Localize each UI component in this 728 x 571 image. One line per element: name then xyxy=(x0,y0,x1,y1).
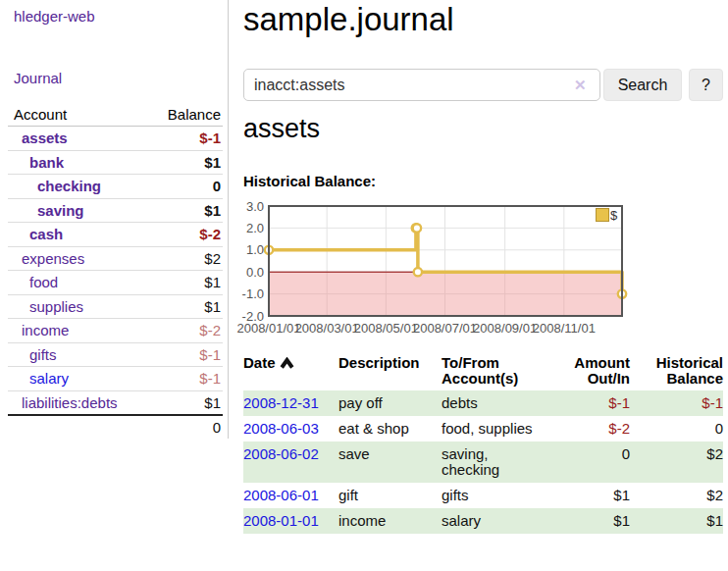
main-content: sample.journal ✕ Search ? assets Histori… xyxy=(243,0,728,571)
svg-text:2008/11/01: 2008/11/01 xyxy=(533,321,596,336)
transaction-accounts: gifts xyxy=(442,483,546,508)
accounts-header-balance: Balance xyxy=(151,102,223,127)
transaction-balance: $2 xyxy=(630,483,723,508)
svg-text:2.0: 2.0 xyxy=(246,221,264,235)
column-header-tofrom[interactable]: To/From Account(s) xyxy=(442,353,546,390)
account-link-cash[interactable]: cash xyxy=(29,226,63,242)
account-row: gifts $-1 xyxy=(8,342,223,367)
account-balance: $-2 xyxy=(151,319,223,343)
transaction-amount: $-1 xyxy=(546,390,630,416)
account-page-title: assets xyxy=(243,114,320,144)
search-input[interactable] xyxy=(243,69,600,101)
account-balance: $-2 xyxy=(151,223,223,247)
transaction-amount: $-2 xyxy=(546,416,630,441)
account-balance: $-1 xyxy=(151,367,223,391)
transaction-balance: 0 xyxy=(630,416,723,441)
transaction-date-link[interactable]: 2008-01-01 xyxy=(243,512,319,529)
page-title: sample.journal xyxy=(243,1,454,38)
transaction-description: eat & shop xyxy=(338,416,442,441)
column-header-date-label: Date xyxy=(243,354,276,371)
transaction-description: income xyxy=(338,508,442,534)
column-header-amount-line1: Amount xyxy=(546,355,630,371)
transaction-balance: $-1 xyxy=(630,390,723,416)
account-link-supplies[interactable]: supplies xyxy=(29,298,83,315)
account-row: saving $1 xyxy=(8,198,223,223)
account-row: salary $-1 xyxy=(8,367,223,391)
svg-text:2008/01/01: 2008/01/01 xyxy=(236,321,300,336)
transaction-amount: $1 xyxy=(546,483,630,508)
account-link-gifts[interactable]: gifts xyxy=(29,346,57,363)
account-balance: $1 xyxy=(151,150,223,175)
account-link-liabilities-debts[interactable]: liabilities:debts xyxy=(22,394,118,411)
transaction-date-link[interactable]: 2008-06-01 xyxy=(243,487,319,503)
search-button[interactable]: Search xyxy=(603,69,682,101)
account-balance: $-1 xyxy=(151,127,223,151)
account-balance: $2 xyxy=(151,246,223,271)
account-link-expenses[interactable]: expenses xyxy=(22,250,84,267)
transaction-accounts: saving, checking xyxy=(442,441,546,483)
accounts-total-row: 0 xyxy=(8,415,223,440)
column-header-balance-line2: Balance xyxy=(630,371,723,387)
legend-label: $ xyxy=(610,208,618,223)
transaction-description: save xyxy=(338,441,442,483)
svg-text:2008/05/01: 2008/05/01 xyxy=(354,321,418,336)
svg-text:-1.0: -1.0 xyxy=(242,286,264,301)
transaction-date-link[interactable]: 2008-06-03 xyxy=(243,420,319,437)
transaction-accounts: debts xyxy=(442,390,546,416)
help-button[interactable]: ? xyxy=(689,69,723,101)
transaction-balance: $1 xyxy=(630,508,723,534)
column-header-amount[interactable]: Amount Out/In xyxy=(546,353,630,390)
historical-balance-chart: 3.02.01.00.0-1.0-2.02008/01/012008/03/01… xyxy=(235,200,630,339)
account-link-assets[interactable]: assets xyxy=(22,130,68,146)
clear-search-icon[interactable]: ✕ xyxy=(574,77,587,94)
svg-text:2008/07/01: 2008/07/01 xyxy=(413,321,477,336)
search-bar: ✕ Search ? xyxy=(243,69,728,101)
sort-ascending-caret-icon xyxy=(280,357,294,369)
transaction-date-link[interactable]: 2008-06-02 xyxy=(243,445,319,462)
account-row: expenses $2 xyxy=(8,246,223,271)
account-balance: $1 xyxy=(151,198,223,223)
transaction-description: pay off xyxy=(338,390,442,416)
register-row: 2008-01-01 income salary $1 $1 xyxy=(243,508,723,534)
app-brand-link[interactable]: hledger-web xyxy=(14,8,95,25)
account-balance: $1 xyxy=(151,390,223,415)
column-header-amount-line2: Out/In xyxy=(546,371,630,387)
legend-swatch xyxy=(597,209,609,222)
register-table: Date Description To/From Account(s) Amou… xyxy=(243,353,723,534)
account-row: income $-2 xyxy=(8,319,223,343)
account-row: checking 0 xyxy=(8,175,223,199)
account-row: supplies $1 xyxy=(8,294,223,319)
account-link-salary[interactable]: salary xyxy=(29,370,69,387)
transaction-balance: $2 xyxy=(630,441,723,483)
account-balance: $1 xyxy=(151,271,223,295)
sidebar-item-journal[interactable]: Journal xyxy=(14,70,62,86)
account-row: food $1 xyxy=(8,271,223,295)
column-header-balance[interactable]: Historical Balance xyxy=(630,353,723,390)
register-row: 2008-06-01 gift gifts $1 $2 xyxy=(243,483,723,508)
transaction-accounts: food, supplies xyxy=(442,416,546,441)
account-link-income[interactable]: income xyxy=(22,322,69,338)
account-link-bank[interactable]: bank xyxy=(29,154,64,171)
account-link-checking[interactable]: checking xyxy=(37,178,101,194)
column-header-tofrom-line2: Account(s) xyxy=(442,371,546,387)
account-link-food[interactable]: food xyxy=(29,274,58,290)
svg-text:3.0: 3.0 xyxy=(246,199,264,214)
transaction-amount: 0 xyxy=(546,441,630,483)
accounts-header-row: Account Balance xyxy=(8,102,223,127)
account-balance: 0 xyxy=(151,175,223,199)
svg-text:1.0: 1.0 xyxy=(246,242,264,257)
transaction-date-link[interactable]: 2008-12-31 xyxy=(243,394,319,411)
account-row: assets $-1 xyxy=(8,127,223,151)
accounts-header-account: Account xyxy=(8,102,151,127)
chart-title: Historical Balance: xyxy=(243,173,376,189)
register-row: 2008-12-31 pay off debts $-1 $-1 xyxy=(243,390,723,416)
column-header-description[interactable]: Description xyxy=(338,353,442,390)
account-link-saving[interactable]: saving xyxy=(37,202,84,219)
account-balance: $-1 xyxy=(151,342,223,367)
column-header-tofrom-line1: To/From xyxy=(442,355,546,371)
svg-text:2008/09/01: 2008/09/01 xyxy=(473,321,537,336)
svg-text:0.0: 0.0 xyxy=(246,265,264,280)
accounts-table: Account Balance assets $-1 bank $1 check… xyxy=(8,102,223,439)
account-row: liabilities:debts $1 xyxy=(8,390,223,415)
column-header-date[interactable]: Date xyxy=(243,353,338,390)
